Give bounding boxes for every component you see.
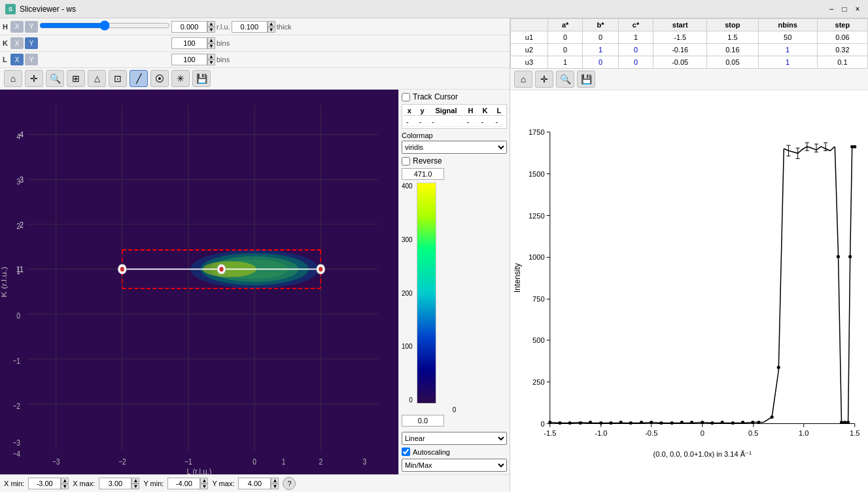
clim-top-input[interactable]	[402, 168, 444, 180]
k-bins-up[interactable]: ▲	[207, 37, 215, 43]
colorbar-tick-labels: 400 300 200 100 0	[402, 183, 414, 404]
svg-text:-1.0: -1.0	[595, 429, 607, 437]
star-button[interactable]: ✳	[171, 70, 190, 87]
y-min-input[interactable]: ▲ ▼	[167, 478, 208, 489]
home-button[interactable]: ⌂	[4, 70, 22, 87]
u2-step: 0.32	[817, 44, 867, 56]
line-plot[interactable]: 0 250 500 750 1000 1250 1500 1750	[510, 90, 868, 492]
h-x-button[interactable]: X	[10, 21, 24, 33]
y-max-up[interactable]: ▲	[271, 478, 279, 483]
line-button[interactable]: ╱	[130, 70, 148, 87]
minmax-select[interactable]: Min/Max 3-Sigma	[402, 459, 507, 472]
close-button[interactable]: ×	[852, 4, 863, 14]
minimize-button[interactable]: −	[826, 4, 837, 14]
col-k: K	[479, 106, 492, 116]
x-max-field[interactable]	[99, 478, 131, 489]
y-min-up[interactable]: ▲	[200, 478, 208, 483]
x-min-field[interactable]	[28, 478, 61, 489]
y-max-down[interactable]: ▼	[271, 483, 279, 489]
save-left-button[interactable]: 💾	[192, 70, 211, 87]
l-bins-input[interactable]: ▲ ▼	[171, 54, 215, 65]
l-bins-field[interactable]	[171, 54, 207, 65]
h-thick-down[interactable]: ▼	[268, 27, 275, 33]
y-min-down[interactable]: ▼	[200, 483, 208, 489]
u2-start: -0.16	[653, 44, 707, 56]
colormap-select[interactable]: viridis plasma inferno magma	[402, 141, 507, 154]
svg-point-111	[640, 421, 643, 424]
k-bins-input[interactable]: ▲ ▼	[171, 37, 215, 49]
right-zoom-button[interactable]: 🔍	[556, 71, 574, 88]
l-dim-row: L X Y ▲ ▼ bins	[0, 52, 510, 68]
zoom-button[interactable]: 🔍	[46, 70, 64, 87]
right-pan-button[interactable]: ✛	[535, 71, 553, 88]
help-button[interactable]: ?	[283, 477, 296, 490]
svg-point-123	[757, 421, 760, 424]
svg-point-113	[659, 421, 663, 425]
svg-text:2: 2	[319, 457, 322, 466]
reverse-checkbox[interactable]	[402, 157, 410, 166]
grid-button[interactable]: ⊞	[67, 70, 85, 87]
u3-stop: 0.05	[707, 56, 758, 69]
h-value-up[interactable]: ▲	[207, 21, 215, 27]
h-slider[interactable]	[39, 20, 170, 31]
x-max-up[interactable]: ▲	[131, 478, 139, 483]
sel-button[interactable]: ⊡	[109, 70, 127, 87]
l-x-button[interactable]: X	[10, 54, 24, 65]
u2-stop: 0.16	[707, 44, 758, 56]
pan-button[interactable]: ✛	[25, 70, 43, 87]
x-max-down[interactable]: ▼	[131, 483, 139, 489]
y-max-input[interactable]: ▲ ▼	[238, 478, 279, 489]
svg-text:0: 0	[16, 312, 20, 321]
h-thick-input[interactable]: ▲ ▼	[232, 21, 275, 33]
autoscale-checkbox[interactable]	[402, 448, 410, 456]
right-save-button[interactable]: 💾	[577, 71, 595, 88]
scale-row: X min: ▲ ▼ X max: ▲ ▼ Y min: ▲	[0, 474, 510, 492]
h-value-field[interactable]	[171, 21, 207, 33]
svg-point-121	[741, 421, 744, 424]
svg-text:(0.0, 0.0, 0.0+1.0x) in 3.14 Å: (0.0, 0.0, 0.0+1.0x) in 3.14 Å⁻¹	[653, 450, 752, 458]
y-max-field[interactable]	[238, 478, 271, 489]
svg-point-103	[558, 421, 561, 425]
svg-point-129	[846, 421, 850, 424]
clim-bottom-input[interactable]	[402, 415, 444, 427]
val-k: -	[479, 117, 492, 127]
h-value-down[interactable]: ▼	[207, 27, 215, 33]
svg-point-127	[840, 421, 843, 424]
u1-c: 1	[618, 31, 653, 44]
u1-step: 0.06	[817, 31, 867, 44]
svg-text:L (r.l.u.): L (r.l.u.)	[186, 466, 211, 474]
h-thick-up[interactable]: ▲	[268, 21, 275, 27]
col-astar: a*	[547, 19, 582, 31]
x-min-input[interactable]: ▲ ▼	[28, 478, 69, 489]
track-cursor-row: Track Cursor	[402, 92, 507, 101]
y-min-field[interactable]	[167, 478, 200, 489]
triangle-button[interactable]: △	[88, 70, 106, 87]
maximize-button[interactable]: □	[839, 4, 850, 14]
svg-point-106	[589, 421, 592, 424]
l-y-button[interactable]: Y	[25, 54, 38, 65]
k-bins-down[interactable]: ▼	[207, 43, 215, 49]
track-cursor-checkbox[interactable]	[402, 93, 410, 101]
k-bins-field[interactable]	[171, 37, 207, 49]
x-max-input[interactable]: ▲ ▼	[99, 478, 139, 489]
h-value-input[interactable]: ▲ ▼	[171, 21, 215, 33]
u3-b: 0	[583, 56, 619, 69]
point-button[interactable]: ⦿	[150, 70, 169, 87]
k-y-button[interactable]: Y	[25, 37, 38, 49]
u3-c: 0	[618, 56, 653, 69]
h-thick-field[interactable]	[232, 21, 268, 33]
l-bins-down[interactable]: ▼	[207, 60, 215, 65]
svg-point-27	[219, 267, 223, 272]
svg-text:-1.5: -1.5	[544, 429, 556, 437]
k-x-button[interactable]: X	[10, 37, 24, 49]
x-min-down[interactable]: ▼	[61, 483, 69, 489]
right-home-button[interactable]: ⌂	[514, 71, 532, 88]
x-min-up[interactable]: ▲	[61, 478, 69, 483]
scale-select[interactable]: Linear Log Power	[402, 432, 507, 445]
h-y-button[interactable]: Y	[25, 21, 38, 33]
svg-point-125	[777, 366, 780, 369]
l-bins-up[interactable]: ▲	[207, 54, 215, 60]
k-bins-label: bins	[217, 39, 230, 47]
main-plot[interactable]: 4 3 2 1 1 4 3 2 1 0 −1 −2 −3	[0, 90, 398, 474]
h-slider-container[interactable]	[39, 20, 170, 33]
